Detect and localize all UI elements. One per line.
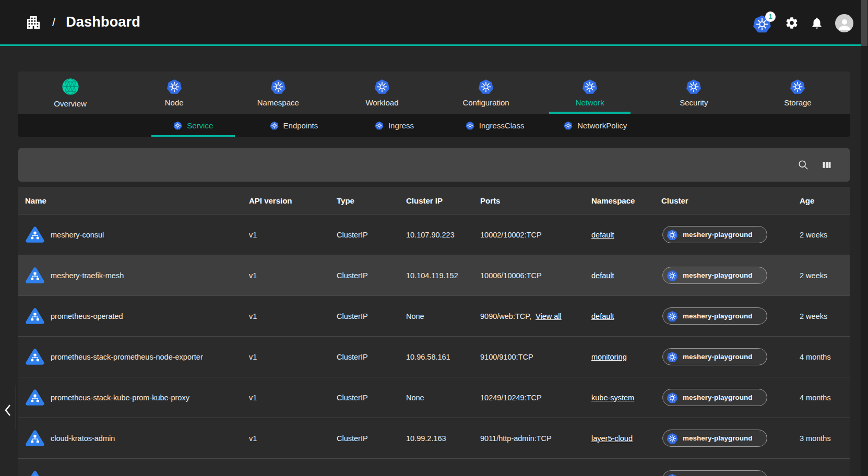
table-row[interactable]: prometheus-operated v1 ClusterIP None 90… (18, 295, 850, 336)
organization-icon[interactable] (25, 14, 42, 31)
kubernetes-icon (167, 79, 182, 94)
table-row[interactable]: meshery-consul v1 ClusterIP 10.107.90.22… (18, 214, 850, 255)
subtab-networkpolicy[interactable]: NetworkPolicy (545, 114, 646, 137)
app-header: / Dashboard 1 (0, 0, 868, 46)
column-header-cluster-ip[interactable]: Cluster IP (406, 196, 480, 205)
ports: 9090/web:TCP, (480, 312, 531, 320)
kubernetes-context-button[interactable]: 1 (753, 13, 774, 33)
cluster-ip: 10.107.90.223 (406, 231, 480, 239)
namespace-link[interactable]: layer5-cloud (591, 434, 633, 443)
tab-overview[interactable]: Overview (18, 72, 122, 114)
table-row[interactable]: cloud-kratos-admin v1 ClusterIP 10.99.2.… (18, 418, 850, 458)
kubernetes-icon (173, 121, 182, 130)
tab-node[interactable]: Node (122, 72, 226, 114)
cluster-chip[interactable]: meshery-playground (662, 267, 767, 284)
cluster-name: meshery-playground (683, 434, 753, 442)
kubernetes-icon (270, 79, 286, 94)
service-type: ClusterIP (337, 434, 406, 443)
service-name: meshery-consul (51, 231, 104, 239)
kubernetes-icon (374, 79, 390, 94)
table-row[interactable]: meshery-traefik-mesh v1 ClusterIP 10.104… (18, 255, 850, 295)
table-header-row: Name API version Type Cluster IP Ports N… (18, 187, 850, 214)
subtab-ingressclass[interactable]: IngressClass (445, 114, 545, 137)
view-columns-icon[interactable] (822, 160, 832, 170)
ports: 9100/9100:TCP (480, 353, 533, 361)
column-header-ports[interactable]: Ports (480, 196, 591, 205)
column-header-type[interactable]: Type (337, 196, 406, 205)
column-header-cluster[interactable]: Cluster (661, 196, 800, 205)
column-header-api-version[interactable]: API version (249, 196, 337, 205)
namespace-link[interactable]: monitoring (591, 353, 627, 361)
tab-label: Workload (365, 98, 398, 107)
kubernetes-icon (270, 121, 279, 130)
table-row[interactable]: meshery (18, 458, 850, 476)
column-header-age[interactable]: Age (800, 196, 850, 205)
page-title: Dashboard (66, 14, 140, 30)
resource-tabs-card: Overview Node Namespace Workload Configu… (18, 72, 850, 137)
service-icon (25, 306, 45, 326)
age: 2 weeks (800, 271, 850, 280)
subtab-label: Service (187, 121, 213, 130)
cluster-ip: 10.99.2.163 (406, 434, 480, 443)
service-type: ClusterIP (337, 353, 406, 361)
subtab-ingress[interactable]: Ingress (344, 114, 445, 137)
tab-namespace[interactable]: Namespace (226, 72, 330, 114)
age: 4 months (800, 353, 850, 361)
kubernetes-icon (667, 473, 678, 476)
subtab-label: Ingress (388, 121, 414, 130)
tab-configuration[interactable]: Configuration (434, 72, 538, 114)
cluster-chip[interactable] (662, 470, 767, 476)
age: 2 weeks (800, 231, 850, 239)
kubernetes-icon (375, 121, 384, 130)
network-subtabs: Service Endpoints Ingress IngressClass N… (18, 114, 850, 137)
drawer-collapse-handle[interactable] (1, 402, 15, 419)
ports: 10002/10002:TCP (480, 231, 542, 239)
tab-label: Node (165, 98, 184, 107)
tab-workload[interactable]: Workload (330, 72, 434, 114)
cluster-chip[interactable]: meshery-playground (662, 430, 767, 447)
tab-label: Storage (784, 98, 812, 107)
namespace-link[interactable]: default (591, 271, 614, 280)
subtab-label: NetworkPolicy (577, 121, 627, 130)
view-all-link[interactable]: View all (536, 312, 562, 320)
kubernetes-icon (582, 79, 598, 94)
service-type: ClusterIP (337, 231, 406, 239)
column-header-namespace[interactable]: Namespace (591, 196, 661, 205)
ports: 9011/http-admin:TCP (480, 434, 552, 443)
table-row[interactable]: prometheus-stack-prometheus-node-exporte… (18, 336, 850, 377)
service-name: prometheus-operated (51, 312, 123, 320)
kubernetes-icon (790, 79, 805, 94)
search-icon[interactable] (798, 159, 809, 171)
service-icon (25, 388, 45, 408)
page-scrollbar[interactable] (861, 0, 868, 476)
cluster-chip[interactable]: meshery-playground (662, 226, 767, 243)
cluster-name: meshery-playground (683, 231, 753, 239)
chevron-left-icon (4, 403, 12, 417)
age: 3 months (800, 434, 850, 443)
kubernetes-icon (564, 121, 573, 130)
breadcrumb-separator: / (52, 16, 55, 29)
cluster-name: meshery-playground (683, 312, 753, 320)
kubernetes-icon (667, 433, 678, 444)
tab-security[interactable]: Security (642, 72, 746, 114)
tab-network[interactable]: Network (538, 72, 642, 114)
namespace-link[interactable]: kube-system (591, 394, 634, 402)
namespace-link[interactable]: default (591, 231, 614, 239)
service-type: ClusterIP (337, 271, 406, 280)
ports: 10249/10249:TCP (480, 394, 542, 402)
services-table: Name API version Type Cluster IP Ports N… (18, 187, 850, 476)
subtab-service[interactable]: Service (143, 114, 244, 137)
scrollbar-thumb[interactable] (861, 0, 867, 46)
user-avatar[interactable] (835, 14, 853, 32)
subtab-endpoints[interactable]: Endpoints (244, 114, 344, 137)
notifications-bell-icon[interactable] (810, 16, 824, 30)
settings-gear-icon[interactable] (785, 16, 799, 30)
cluster-chip[interactable]: meshery-playground (662, 348, 767, 365)
namespace-link[interactable]: default (591, 312, 614, 320)
cluster-chip[interactable]: meshery-playground (662, 307, 767, 325)
tab-storage[interactable]: Storage (746, 72, 850, 114)
column-header-name[interactable]: Name (18, 196, 249, 205)
cluster-chip[interactable]: meshery-playground (662, 389, 767, 406)
kubernetes-icon (667, 229, 678, 241)
table-row[interactable]: prometheus-stack-kube-prom-kube-proxy v1… (18, 377, 850, 418)
